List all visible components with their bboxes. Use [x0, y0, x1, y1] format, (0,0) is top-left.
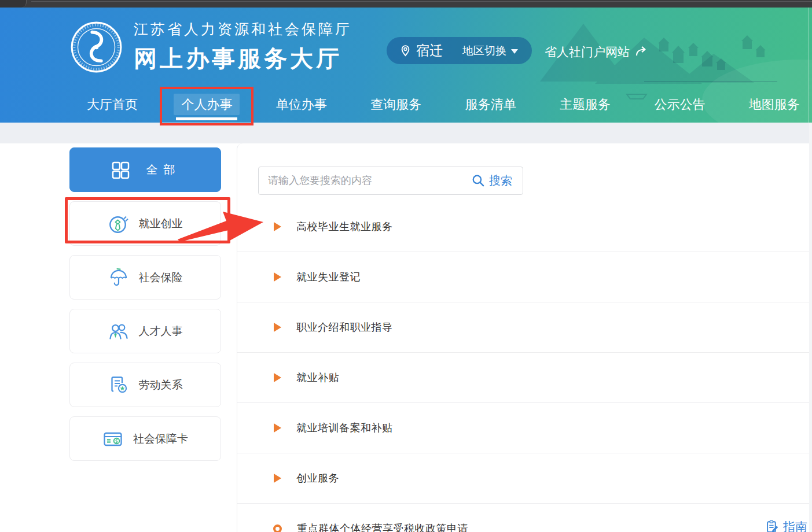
portal-link-label[interactable]: 省人社门户网站 — [545, 44, 630, 60]
service-row[interactable]: 高校毕业生就业服务 — [237, 201, 812, 252]
header-right-divider — [809, 8, 809, 123]
sidebar-item-labor-relations[interactable]: 劳动关系 — [69, 363, 221, 407]
caret-down-icon — [511, 49, 518, 54]
social-card-icon — [102, 428, 123, 449]
sidebar-item-label: 社会保障卡 — [133, 431, 188, 446]
service-row[interactable]: 职业介绍和职业指导 — [237, 302, 812, 352]
screen: 江苏省人力资源和社会保障厅 网上办事服务大厅 宿迁 地区切换 省人社门户网站 大… — [0, 0, 812, 532]
sidebar-item-label: 社会保险 — [139, 270, 183, 285]
triangle-marker-icon — [274, 423, 281, 433]
service-row[interactable]: 就业补贴 — [237, 352, 812, 402]
nav-item-announcements[interactable]: 公示公告 — [647, 96, 713, 113]
category-sidebar: 全部 就业创业 社会保险 — [69, 147, 221, 461]
service-row[interactable]: 创业服务 — [237, 453, 812, 503]
site-title: 网上办事服务大厅 — [134, 43, 352, 75]
guide-link-label: 指南 — [783, 519, 807, 532]
nav-item-home[interactable]: 大厅首页 — [79, 96, 145, 113]
nav-item-map[interactable]: 地图服务 — [741, 96, 807, 113]
browser-tab-corner — [0, 0, 27, 8]
share-arrow-icon — [635, 46, 649, 58]
region-switch-button[interactable]: 地区切换 — [462, 43, 506, 58]
active-tab-underline — [176, 117, 237, 120]
triangle-marker-icon — [274, 222, 281, 231]
nav-item-service-list[interactable]: 服务清单 — [458, 96, 524, 113]
brand: 江苏省人力资源和社会保障厅 网上办事服务大厅 — [69, 20, 352, 75]
triangle-marker-icon — [274, 323, 281, 332]
sidebar-item-label: 全部 — [141, 162, 181, 178]
right-edge-strip — [809, 123, 812, 532]
org-name: 江苏省人力资源和社会保障厅 — [134, 20, 352, 39]
document-star-icon — [108, 375, 129, 396]
subheader-band — [0, 123, 812, 143]
nav-item-personal[interactable]: 个人办事 — [174, 96, 240, 113]
current-city[interactable]: 宿迁 — [416, 42, 443, 60]
site-logo-icon — [69, 20, 123, 74]
portal-link[interactable]: 省人社门户网站 — [545, 44, 649, 60]
nav-item-unit[interactable]: 单位办事 — [269, 96, 335, 113]
guide-clipboard-icon — [766, 520, 779, 532]
sidebar-item-all[interactable]: 全部 — [69, 147, 221, 192]
main-nav: 大厅首页 个人办事 单位办事 查询服务 服务清单 主题服务 公示公告 地图服务 — [79, 87, 807, 123]
guide-link[interactable]: 指南 — [766, 519, 807, 532]
nav-item-theme[interactable]: 主题服务 — [552, 96, 618, 113]
sidebar-item-social-insurance[interactable]: 社会保险 — [69, 255, 221, 300]
search-input[interactable] — [259, 167, 468, 194]
service-row[interactable]: 就业培训备案和补贴 — [237, 402, 812, 453]
brand-text: 江苏省人力资源和社会保障厅 网上办事服务大厅 — [134, 20, 352, 75]
people-icon — [108, 321, 129, 342]
sidebar-item-label: 劳动关系 — [139, 378, 183, 393]
service-row[interactable]: 就业失业登记 — [237, 252, 812, 302]
triangle-marker-icon — [274, 474, 281, 483]
sidebar-item-label: 就业创业 — [139, 216, 183, 231]
circle-marker-icon — [273, 524, 282, 532]
sidebar-item-label: 人才人事 — [139, 324, 183, 339]
browser-top-bar — [0, 0, 812, 8]
nav-item-query[interactable]: 查询服务 — [363, 96, 429, 113]
search-icon — [472, 174, 485, 187]
triangle-marker-icon — [274, 272, 281, 282]
service-row[interactable]: 重点群体个体经营享受税收政策申请 指南 — [237, 503, 812, 532]
sidebar-item-social-security-card[interactable]: 社会保障卡 — [69, 416, 221, 461]
search-box: 搜索 — [258, 167, 523, 195]
umbrella-icon — [108, 267, 129, 288]
main-panel: 搜索 高校毕业生就业服务 就业失业登记 职业介绍和职业指导 就业补贴 — [237, 143, 812, 532]
sidebar-item-talent-hr[interactable]: 人才人事 — [69, 309, 221, 353]
site-header: 江苏省人力资源和社会保障厅 网上办事服务大厅 宿迁 地区切换 省人社门户网站 大… — [0, 8, 812, 123]
grid-icon — [110, 160, 131, 180]
browser-top-line — [31, 1, 812, 2]
search-button-label: 搜索 — [489, 173, 512, 189]
search-button[interactable]: 搜索 — [468, 173, 523, 189]
employment-tie-icon — [108, 213, 129, 234]
sidebar-item-employment[interactable]: 就业创业 — [69, 201, 221, 246]
location-pin-icon — [401, 45, 410, 57]
service-list: 高校毕业生就业服务 就业失业登记 职业介绍和职业指导 就业补贴 就业培训备案和补… — [237, 201, 812, 532]
triangle-marker-icon — [274, 373, 281, 382]
location-pill[interactable]: 宿迁 地区切换 — [387, 37, 532, 64]
